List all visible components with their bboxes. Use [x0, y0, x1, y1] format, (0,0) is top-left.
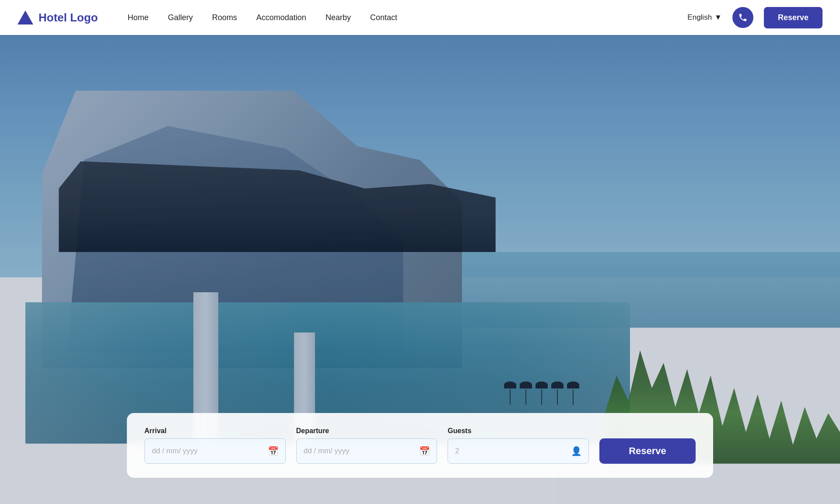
departure-field: Departure 📅 [296, 427, 438, 464]
nav-home[interactable]: Home [128, 13, 149, 22]
navbar: Hotel Logo Home Gallery Rooms Accomodati… [0, 0, 840, 35]
phone-button[interactable] [732, 7, 753, 28]
phone-icon [738, 13, 748, 22]
navbar-left: Hotel Logo Home Gallery Rooms Accomodati… [18, 10, 397, 24]
nav-nearby[interactable]: Nearby [326, 13, 351, 22]
departure-input-wrap: 📅 [296, 438, 438, 464]
guests-input[interactable] [448, 438, 589, 464]
nav-contact[interactable]: Contact [370, 13, 397, 22]
logo-text: Hotel Logo [38, 11, 98, 24]
arrival-label: Arrival [144, 427, 286, 435]
nav-accomodation[interactable]: Accomodation [256, 13, 306, 22]
nav-gallery[interactable]: Gallery [168, 13, 193, 22]
guests-input-wrap: 👤 [448, 438, 589, 464]
logo-triangle-icon [18, 10, 33, 24]
language-arrow: ▼ [714, 13, 722, 22]
nav-links: Home Gallery Rooms Accomodation Nearby C… [128, 13, 397, 22]
guests-field: Guests 👤 [448, 427, 589, 464]
arrival-input-wrap: 📅 [144, 438, 286, 464]
arrival-input[interactable] [144, 438, 286, 464]
departure-input[interactable] [296, 438, 438, 464]
navbar-right: English ▼ Reserve [687, 7, 822, 28]
arrival-field: Arrival 📅 [144, 427, 286, 464]
hero-section: Arrival 📅 Departure 📅 Guests 👤 Reserve [0, 0, 840, 504]
departure-label: Departure [296, 427, 438, 435]
booking-widget: Arrival 📅 Departure 📅 Guests 👤 Reserve [127, 413, 713, 478]
language-selector[interactable]: English ▼ [687, 13, 722, 22]
language-label: English [687, 13, 712, 22]
reserve-button-nav[interactable]: Reserve [764, 7, 822, 28]
nav-rooms[interactable]: Rooms [212, 13, 237, 22]
guests-label: Guests [448, 427, 589, 435]
reserve-button-widget[interactable]: Reserve [599, 438, 696, 464]
